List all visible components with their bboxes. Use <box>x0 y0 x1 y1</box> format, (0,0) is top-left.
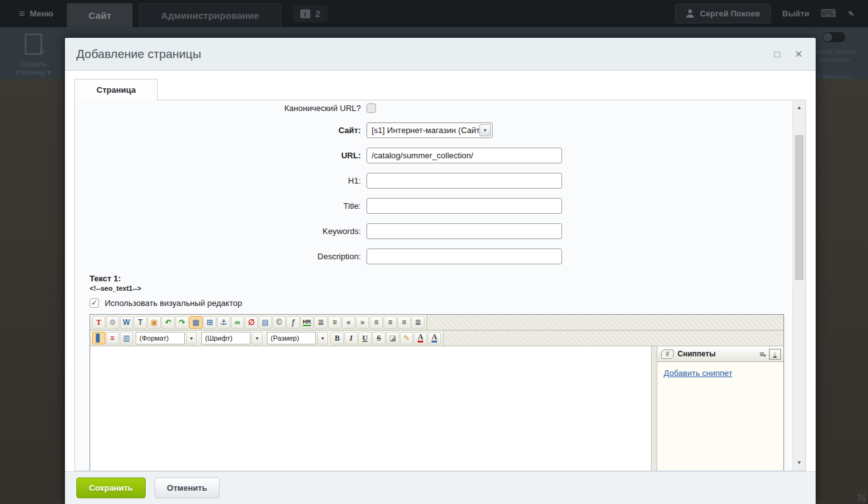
title-input[interactable] <box>367 198 562 214</box>
h1-row: H1: <box>75 173 792 189</box>
keywords-input[interactable] <box>367 223 562 239</box>
dialog-body: Страница Канонический URL? Сайт: [s1] Ин… <box>65 71 816 471</box>
visual-editor-label: Использовать визуальный редактор <box>105 298 242 308</box>
cancel-button[interactable]: Отменить <box>155 478 220 498</box>
text-color-icon[interactable]: A <box>414 332 427 344</box>
canonical-checkbox[interactable] <box>367 103 376 113</box>
snippets-menu-icon[interactable]: ≡▾ <box>760 349 765 359</box>
code-mode-icon[interactable]: ≡ <box>106 332 119 344</box>
add-page-dialog: Добавление страницы □ ✕ Страница Канонич… <box>65 38 816 504</box>
text-color-glyph: A <box>418 334 423 343</box>
strikethrough-icon[interactable]: S <box>372 332 385 344</box>
maximize-icon[interactable]: □ <box>771 49 783 60</box>
redo-icon[interactable]: ↷ <box>175 316 189 329</box>
scroll-down-icon[interactable]: ▼ <box>793 457 806 469</box>
canonical-row: Канонический URL? <box>75 103 792 113</box>
paste-from-word-icon[interactable]: W <box>120 316 133 329</box>
keywords-row: Keywords: <box>75 223 792 239</box>
site-row: Сайт: [s1] Интернет-магазин (Сайт ▼ <box>75 122 792 138</box>
undo-icon[interactable]: ↶ <box>161 316 175 329</box>
eraser-icon[interactable]: ◪ <box>386 332 399 344</box>
settings-gear-icon[interactable]: ⚙ <box>106 316 119 329</box>
horizontal-rule-icon[interactable]: HR <box>300 316 314 329</box>
scrollbar-thumb[interactable] <box>795 135 804 280</box>
bold-icon[interactable]: B <box>331 332 344 344</box>
url-row: URL: <box>75 148 792 163</box>
size-select-value: (Размер) <box>267 332 316 344</box>
text-style-icon[interactable]: T <box>92 316 105 329</box>
snippets-panel: # Сниппеты ≡▾ ↓ Добавить сниппет <box>657 346 783 471</box>
tab-page[interactable]: Страница <box>74 79 158 101</box>
visual-editor-checkbox[interactable]: ✓ <box>90 298 99 308</box>
scroll-up-icon[interactable]: ▲ <box>793 102 806 114</box>
paste-plain-text-icon[interactable]: T <box>134 316 147 329</box>
select-all-icon[interactable]: ▣ <box>148 316 161 329</box>
chevron-down-icon: ▼ <box>479 124 491 136</box>
show-borders-icon[interactable]: ▦ <box>189 316 202 329</box>
align-center-icon[interactable]: ≡ <box>384 316 397 329</box>
format-select[interactable]: (Формат) ▼ <box>136 332 197 344</box>
url-input[interactable] <box>367 148 562 163</box>
format-brush-icon[interactable]: ✎ <box>400 332 413 344</box>
copyright-icon[interactable]: © <box>273 316 286 329</box>
underline-icon[interactable]: U <box>358 332 372 344</box>
size-select[interactable]: (Размер) ▼ <box>267 332 328 344</box>
anchor-icon[interactable]: ⚓ <box>217 316 230 329</box>
ordered-list-icon[interactable]: ≣ <box>314 316 327 329</box>
justify-icon[interactable]: ≣ <box>411 316 425 329</box>
url-label: URL: <box>75 151 367 160</box>
h1-label: H1: <box>75 176 367 185</box>
description-input[interactable] <box>367 249 562 264</box>
snippets-title: Сниппеты <box>677 349 756 358</box>
snippets-dock-icon[interactable]: ↓ <box>769 349 781 360</box>
insert-link-icon[interactable]: ∞ <box>231 316 244 329</box>
site-select[interactable]: [s1] Интернет-магазин (Сайт ▼ <box>367 122 493 138</box>
editor-toolbar-row2: ▋ ≡ ▥ (Формат) ▼ (Шрифт) ▼ <box>90 331 783 346</box>
text1-label: Текст 1: <box>90 274 792 283</box>
indent-icon[interactable]: » <box>356 316 369 329</box>
remove-link-icon[interactable]: ∅ <box>245 316 258 329</box>
editor-canvas[interactable] <box>90 346 652 471</box>
flash-icon[interactable]: ƒ <box>286 316 300 329</box>
format-select-value: (Формат) <box>136 332 185 344</box>
font-select[interactable]: (Шрифт) ▼ <box>201 332 262 344</box>
insert-image-icon[interactable]: ▤ <box>259 316 272 329</box>
description-row: Description: <box>75 249 792 264</box>
keywords-label: Keywords: <box>75 226 367 236</box>
outdent-icon[interactable]: « <box>342 316 355 329</box>
screen: ≡ Меню Сайт Администрирование i 2 Сергей… <box>0 0 868 504</box>
font-select-value: (Шрифт) <box>201 332 250 344</box>
form-scroll-area: Канонический URL? Сайт: [s1] Интернет-ма… <box>75 100 792 471</box>
html-editor: T ⚙ W T ▣ ↶ ↷ ▦ ⊞ ⚓ ∞ ∅ <box>90 314 784 471</box>
background-color-icon[interactable]: A <box>428 332 441 344</box>
title-row: Title: <box>75 198 792 214</box>
align-right-icon[interactable]: ≡ <box>397 316 411 329</box>
align-left-icon[interactable]: ≡ <box>370 316 383 329</box>
snippets-icon: # <box>661 349 674 359</box>
save-button[interactable]: Сохранить <box>76 478 146 498</box>
close-icon[interactable]: ✕ <box>793 49 804 60</box>
snippets-header: # Сниппеты ≡▾ ↓ <box>657 346 783 362</box>
add-snippet-link[interactable]: Добавить сниппет <box>664 368 732 378</box>
dialog-footer: Сохранить Отменить <box>65 471 816 504</box>
text1-marker: <!--seo_text1--> <box>90 284 792 292</box>
insert-table-icon[interactable]: ⊞ <box>203 316 216 329</box>
h1-input[interactable] <box>367 173 562 189</box>
dialog-scrollbar[interactable]: ▲ ▼ <box>792 100 806 471</box>
italic-icon[interactable]: I <box>344 332 358 344</box>
split-mode-icon[interactable]: ▥ <box>120 332 133 344</box>
dialog-title: Добавление страницы <box>76 47 201 61</box>
visual-mode-icon[interactable]: ▋ <box>92 332 105 344</box>
canonical-label: Канонический URL? <box>75 103 367 113</box>
form-panel: Канонический URL? Сайт: [s1] Интернет-ма… <box>74 100 806 471</box>
editor-main: # Сниппеты ≡▾ ↓ Добавить сниппет <box>90 346 783 471</box>
background-color-glyph: A <box>431 334 437 343</box>
text1-block: Текст 1: <!--seo_text1--> <box>90 274 792 292</box>
editor-toolbar-row1: T ⚙ W T ▣ ↶ ↷ ▦ ⊞ ⚓ ∞ ∅ <box>90 315 783 331</box>
site-label: Сайт: <box>75 126 367 135</box>
chevron-down-icon[interactable]: ▼ <box>252 332 262 344</box>
chevron-down-icon[interactable]: ▼ <box>317 332 328 344</box>
editor-splitter[interactable] <box>652 346 657 471</box>
unordered-list-icon[interactable]: ≡ <box>328 316 341 329</box>
chevron-down-icon[interactable]: ▼ <box>186 332 197 344</box>
